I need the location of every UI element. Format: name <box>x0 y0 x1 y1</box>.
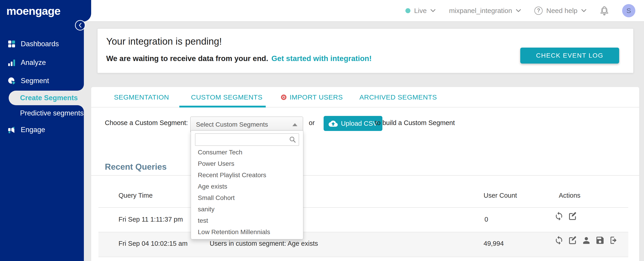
moengage-logo: moengage <box>6 4 60 17</box>
tab-import-users[interactable]: IMPORT USERS <box>281 93 343 101</box>
import-users-dot-icon <box>281 94 286 100</box>
pie-chart-icon <box>8 77 16 85</box>
refresh-icon[interactable] <box>554 236 564 245</box>
sidebar-item-label: Predictive segments <box>20 109 84 117</box>
sidebar-item-label: Engage <box>21 126 45 134</box>
column-header-query-time: Query Time <box>118 192 153 199</box>
tab-custom-segments[interactable]: CUSTOM SEGMENTS <box>191 93 262 101</box>
row-actions <box>554 211 578 221</box>
active-tab-underline <box>179 106 266 107</box>
sidebar-item-analyze[interactable]: Analyze <box>0 57 84 68</box>
edit-icon[interactable] <box>568 236 578 245</box>
custom-segments-dropdown: Consumer Tech Power Users Recent Playlis… <box>191 130 303 239</box>
sidebar-item-create-segments[interactable]: Create Segments <box>9 91 84 105</box>
sidebar-item-predictive-segments[interactable]: Predictive segments <box>0 107 84 119</box>
dropdown-search-input[interactable] <box>195 133 299 146</box>
section-divider <box>91 175 639 176</box>
avatar[interactable]: S <box>622 4 635 17</box>
env-label: Live <box>414 7 426 14</box>
integration-banner: Your integration is pending! We are wait… <box>97 28 634 73</box>
sidebar-item-label: Create Segments <box>20 94 78 102</box>
row-actions <box>554 236 618 245</box>
upload-csv-label: Upload CSV <box>341 120 378 127</box>
banner-subtitle: We are waiting to receive data from your… <box>106 54 268 63</box>
sidebar: Dashboards Analyze Segment Create Segmen… <box>0 0 84 261</box>
dashboards-grid-icon <box>8 40 16 48</box>
dropdown-option[interactable]: test <box>191 215 303 226</box>
user-count-cell: 0 <box>484 216 488 223</box>
chevron-down-icon <box>516 9 521 12</box>
sidebar-item-label: Dashboards <box>21 40 59 48</box>
dropdown-option[interactable]: Age exists <box>191 181 303 192</box>
tab-label: IMPORT USERS <box>290 93 343 101</box>
column-header-actions: Actions <box>559 192 580 199</box>
sidebar-item-label: Segment <box>21 77 49 85</box>
live-status-dot <box>406 8 410 13</box>
question-circle-icon: ? <box>534 6 542 15</box>
segments-card: SEGMENTATION CUSTOM SEGMENTS IMPORT USER… <box>91 87 639 261</box>
megaphone-icon <box>8 126 16 134</box>
query-time-cell: Fri Sep 04 10:02:15 am <box>118 240 188 247</box>
env-switcher[interactable]: Live <box>406 7 436 14</box>
sidebar-collapse-button[interactable] <box>75 20 86 30</box>
sidebar-item-label: Analyze <box>21 58 46 67</box>
recent-queries-heading: Recent Queries <box>105 162 166 172</box>
column-header-user-count: User Count <box>484 192 517 199</box>
help-menu[interactable]: ? Need help <box>534 6 586 15</box>
dropdown-option[interactable]: Low Retention Millennials <box>191 226 303 238</box>
help-label: Need help <box>546 7 578 14</box>
custom-segment-select[interactable]: Select Custom Segments <box>190 117 303 133</box>
dropdown-option[interactable]: sanity <box>191 204 303 215</box>
notifications-bell-icon[interactable] <box>600 6 609 16</box>
chooser-suffix: to build a Custom Segment <box>375 119 455 127</box>
chevron-left-icon <box>78 22 82 28</box>
query-time-cell: Fri Sep 11 1:11:37 pm <box>118 216 183 223</box>
top-header-bar: Live mixpanel_integration ? Need help S <box>84 0 644 22</box>
sidebar-item-engage[interactable]: Engage <box>0 124 84 136</box>
sidebar-item-segment[interactable]: Segment <box>0 75 84 87</box>
dropdown-option[interactable]: Small Cohort <box>191 192 303 204</box>
dropdown-option[interactable]: Consumer Tech <box>191 147 303 158</box>
user-count-cell: 49,994 <box>484 240 504 247</box>
get-started-link[interactable]: Get started with integration! <box>272 54 372 63</box>
dropdown-option[interactable]: Recent Playlist Creators <box>191 169 303 181</box>
project-switcher[interactable]: mixpanel_integration <box>449 7 521 14</box>
dropdown-list: Consumer Tech Power Users Recent Playlis… <box>191 147 303 238</box>
dropdown-option[interactable]: Power Users <box>191 158 303 169</box>
tab-archived-segments[interactable]: ARCHIVED SEGMENTS <box>359 93 437 101</box>
edit-icon[interactable] <box>568 211 578 221</box>
save-icon[interactable] <box>595 236 605 245</box>
chooser-label: Choose a Custom Segment: <box>105 119 188 127</box>
select-value: Select Custom Segments <box>196 121 268 128</box>
chevron-down-icon <box>430 9 436 12</box>
search-icon <box>289 136 296 143</box>
table-divider <box>98 257 628 257</box>
active-item-curve-top <box>78 84 84 91</box>
export-icon[interactable] <box>609 236 618 245</box>
query-description-cell: Users in custom segment: Age exists <box>210 240 318 247</box>
logo-block: moengage <box>0 0 91 22</box>
upload-csv-button[interactable]: Upload CSV <box>324 116 382 131</box>
tabs-divider <box>91 107 639 107</box>
or-text: or <box>309 119 315 127</box>
tab-segmentation[interactable]: SEGMENTATION <box>114 93 169 101</box>
chevron-down-icon <box>581 9 586 12</box>
check-event-log-button[interactable]: CHECK EVENT LOG <box>520 48 619 63</box>
avatar-initial: S <box>626 7 631 14</box>
banner-title: Your integration is pending! <box>106 36 222 47</box>
sidebar-item-dashboards[interactable]: Dashboards <box>0 38 84 50</box>
user-icon[interactable] <box>582 236 591 245</box>
bar-chart-icon <box>8 58 16 67</box>
table-divider <box>98 232 628 232</box>
project-name: mixpanel_integration <box>449 7 512 14</box>
refresh-icon[interactable] <box>554 211 564 221</box>
triangle-up-icon <box>292 123 298 126</box>
table-divider <box>98 207 628 208</box>
cloud-upload-icon <box>328 120 338 127</box>
